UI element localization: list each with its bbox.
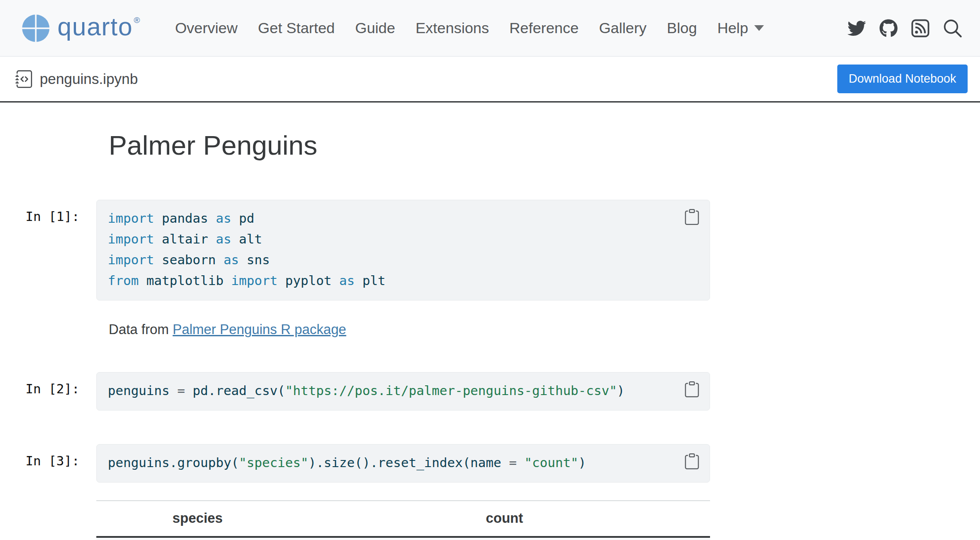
twitter-icon[interactable]	[847, 19, 866, 38]
code-cell-1: In [1]: import pandas as pdimport altair…	[0, 200, 980, 300]
cell-execution-label: In [1]:	[0, 200, 96, 224]
code-cell-2: In [2]: penguins = pd.read_csv("https://…	[0, 372, 980, 411]
notebook-filename-label: penguins.ipynb	[40, 71, 138, 87]
table-header-species: species	[96, 501, 299, 537]
table-header-count: count	[299, 501, 710, 537]
primary-nav: Overview Get Started Guide Extensions Re…	[175, 19, 764, 37]
cell-execution-label: In [3]:	[0, 444, 96, 468]
code-cell-box: penguins.groupby("species").size().reset…	[96, 444, 710, 483]
quarto-brand-link[interactable]: quarto®	[21, 14, 141, 43]
page-title: Palmer Penguins	[109, 129, 980, 162]
notebook-file-bar: penguins.ipynb Download Notebook	[0, 57, 980, 103]
nav-item-reference[interactable]: Reference	[509, 19, 579, 37]
clipboard-icon	[684, 453, 700, 469]
quarto-logo-icon	[21, 14, 50, 43]
table-row	[96, 537, 710, 540]
code-cell-box: import pandas as pdimport altair as alti…	[96, 200, 710, 300]
copy-code-button[interactable]	[682, 207, 702, 227]
code-cell-box: penguins = pd.read_csv("https://pos.it/p…	[96, 372, 710, 411]
nav-item-blog[interactable]: Blog	[667, 19, 697, 37]
journal-code-icon	[15, 70, 33, 88]
notebook-content: Palmer Penguins In [1]: import pandas as…	[0, 103, 980, 540]
nav-item-get-started[interactable]: Get Started	[258, 19, 335, 37]
github-icon[interactable]	[879, 19, 898, 38]
chevron-down-icon	[754, 25, 764, 31]
nav-item-guide[interactable]: Guide	[355, 19, 395, 37]
copy-code-button[interactable]	[682, 380, 702, 399]
data-source-paragraph: Data from Palmer Penguins R package	[109, 322, 980, 338]
download-notebook-button[interactable]: Download Notebook	[837, 65, 968, 93]
nav-item-overview[interactable]: Overview	[175, 19, 238, 37]
clipboard-icon	[684, 381, 700, 397]
copy-code-button[interactable]	[682, 452, 702, 471]
cell-execution-label: In [2]:	[0, 372, 96, 396]
rss-icon[interactable]	[911, 19, 930, 38]
clipboard-icon	[684, 209, 700, 225]
nav-item-extensions[interactable]: Extensions	[415, 19, 489, 37]
notebook-filename: penguins.ipynb	[15, 70, 138, 88]
navbar-tools	[847, 19, 962, 38]
quarto-wordmark: quarto®	[57, 14, 141, 39]
nav-item-help-label: Help	[717, 19, 748, 37]
code-cell-3: In [3]: penguins.groupby("species").size…	[0, 444, 980, 483]
code-block: penguins = pd.read_csv("https://pos.it/p…	[108, 380, 699, 401]
nav-item-gallery[interactable]: Gallery	[599, 19, 647, 37]
output-table-wrap: species count	[96, 500, 710, 540]
code-block: penguins.groupby("species").size().reset…	[108, 453, 699, 473]
dataframe-table: species count	[96, 500, 710, 540]
top-navbar: quarto® Overview Get Started Guide Exten…	[0, 0, 980, 57]
palmer-penguins-link[interactable]: Palmer Penguins R package	[173, 322, 346, 337]
registered-trademark: ®	[134, 15, 141, 25]
nav-item-help[interactable]: Help	[717, 19, 764, 37]
search-icon[interactable]	[943, 19, 962, 38]
paragraph-text: Data from	[109, 322, 173, 337]
code-block: import pandas as pdimport altair as alti…	[108, 208, 699, 291]
